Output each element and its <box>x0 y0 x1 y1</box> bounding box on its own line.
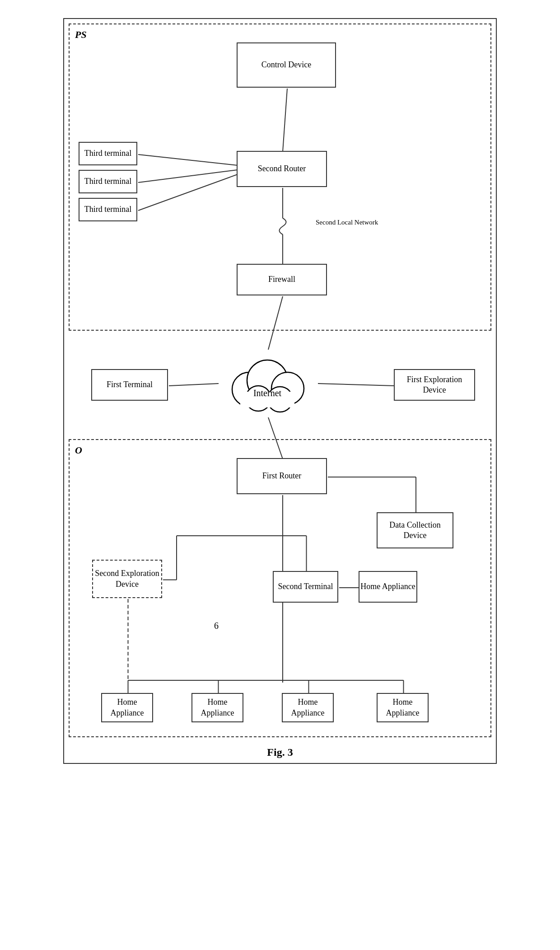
second-exploration-device: Second Exploration Device <box>92 560 162 598</box>
second-local-network-label: Second Local Network <box>316 219 378 226</box>
third-terminal-3: Third terminal <box>79 198 137 221</box>
home-appliance-1: Home Appliance <box>101 693 153 722</box>
third-terminal-2: Third terminal <box>79 170 137 193</box>
ps-section: PS Control Device Third terminal Third t… <box>69 23 491 331</box>
internet-label: Internet <box>253 388 282 398</box>
second-terminal: Second Terminal <box>273 571 338 603</box>
home-appliance-2: Home Appliance <box>191 693 243 722</box>
home-appliance-3: Home Appliance <box>282 693 334 722</box>
o-label: O <box>75 445 82 456</box>
o-section: O First Router Data Collection Device Se… <box>69 439 491 737</box>
first-exploration-device: First Exploration Device <box>394 369 475 401</box>
second-router: Second Router <box>237 151 327 187</box>
outer-border: PS Control Device Third terminal Third t… <box>63 18 497 764</box>
data-collection-device: Data Collection Device <box>377 512 453 548</box>
internet-area: Internet First Terminal First Exploratio… <box>69 331 491 439</box>
ps-label: PS <box>75 29 87 41</box>
home-appliance-4: Home Appliance <box>377 693 429 722</box>
control-device: Control Device <box>237 42 336 88</box>
third-terminal-1: Third terminal <box>79 142 137 165</box>
figure-caption: Fig. 3 <box>69 746 491 758</box>
internet-cloud: Internet <box>213 340 322 421</box>
firewall: Firewall <box>237 264 327 295</box>
home-appliance-top: Home Appliance <box>359 571 417 603</box>
first-router: First Router <box>237 458 327 494</box>
label-6: 6 <box>214 621 219 631</box>
page: PS Control Device Third terminal Third t… <box>54 9 506 773</box>
first-terminal: First Terminal <box>91 369 168 401</box>
